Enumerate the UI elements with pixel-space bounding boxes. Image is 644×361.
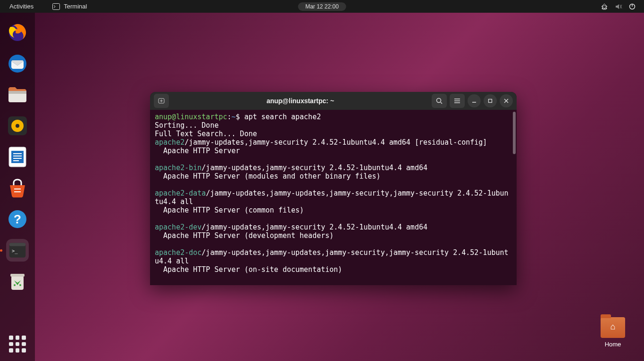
active-app-menu[interactable]: Terminal — [52, 3, 87, 10]
svg-rect-18 — [13, 156, 22, 156]
svg-text:>_: >_ — [12, 248, 18, 254]
svg-point-28 — [14, 284, 16, 286]
minimize-button[interactable] — [468, 94, 481, 107]
hamburger-icon — [454, 98, 460, 104]
terminal-window: anup@linuxstartpc: ~ anup@linuxstartpc:~… — [150, 92, 517, 285]
svg-rect-0 — [53, 3, 60, 9]
terminal-icon — [52, 3, 60, 10]
search-button[interactable] — [432, 94, 447, 108]
terminal-title: anup@linuxstartpc: ~ — [172, 97, 429, 105]
svg-point-33 — [436, 98, 441, 102]
svg-rect-19 — [13, 158, 22, 159]
maximize-icon — [487, 98, 493, 104]
minimize-icon — [471, 98, 477, 104]
volume-icon[interactable] — [615, 3, 622, 10]
svg-point-29 — [19, 284, 21, 286]
search-icon — [436, 98, 443, 105]
svg-line-34 — [441, 102, 442, 104]
svg-point-2 — [604, 8, 605, 9]
terminal-titlebar[interactable]: anup@linuxstartpc: ~ — [150, 92, 517, 110]
dock-libreoffice-writer[interactable] — [6, 146, 29, 168]
network-icon[interactable] — [601, 3, 608, 10]
show-applications-button[interactable] — [9, 336, 26, 353]
new-tab-button[interactable] — [154, 94, 169, 108]
dock-help[interactable]: ? — [6, 208, 29, 230]
svg-point-14 — [16, 124, 19, 128]
menu-button[interactable] — [450, 94, 465, 108]
new-tab-icon — [158, 97, 165, 105]
svg-text:?: ? — [14, 212, 21, 226]
power-icon[interactable] — [629, 3, 636, 10]
close-button[interactable] — [500, 94, 513, 107]
clock[interactable]: Mar 12 22:00 — [298, 2, 346, 11]
close-icon — [503, 98, 509, 104]
svg-rect-27 — [10, 274, 25, 277]
dock-files[interactable] — [6, 83, 29, 106]
dock-firefox[interactable] — [6, 21, 29, 44]
desktop-home-label: Home — [601, 341, 625, 348]
svg-rect-17 — [13, 153, 22, 154]
dock-ubuntu-software[interactable] — [6, 177, 29, 199]
top-bar: Activities Terminal Mar 12 22:00 — [0, 0, 644, 13]
desktop-home-folder[interactable]: ⌂ Home — [601, 317, 625, 348]
home-icon: ⌂ — [611, 322, 616, 332]
svg-rect-16 — [11, 151, 24, 163]
dock-trash[interactable] — [6, 270, 29, 293]
terminal-output[interactable]: anup@linuxstartpc:~$ apt search apache2 … — [150, 110, 517, 285]
dock: ? >_ — [0, 13, 35, 361]
activities-button[interactable]: Activities — [9, 3, 33, 10]
dock-rhythmbox[interactable] — [6, 115, 29, 137]
dock-terminal[interactable]: >_ — [6, 239, 29, 262]
active-app-label: Terminal — [64, 3, 87, 10]
scrollbar-thumb[interactable] — [513, 112, 516, 154]
svg-rect-39 — [489, 99, 492, 103]
maximize-button[interactable] — [484, 94, 497, 107]
svg-rect-24 — [9, 243, 26, 246]
dock-thunderbird[interactable] — [6, 52, 29, 75]
svg-rect-20 — [13, 160, 19, 161]
svg-rect-11 — [8, 91, 26, 94]
